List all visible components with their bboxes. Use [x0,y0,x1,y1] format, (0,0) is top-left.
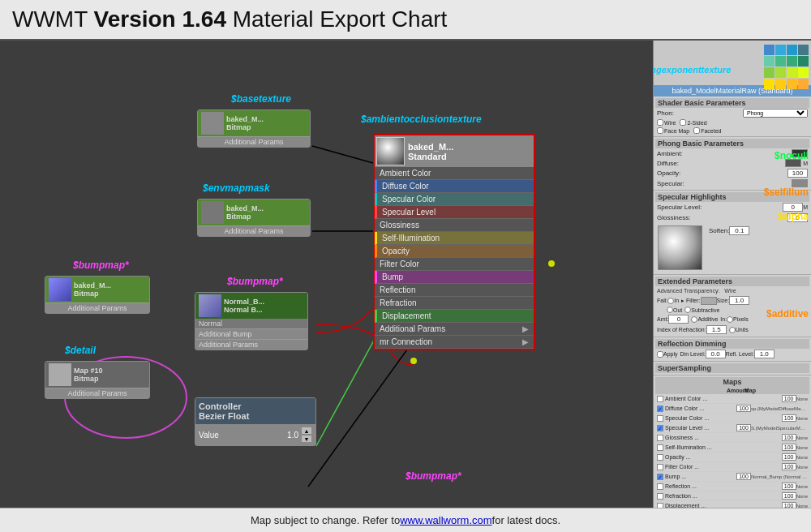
map-check-9[interactable] [657,483,663,490]
rp-pixels[interactable] [727,316,733,323]
node-bumpmap-left[interactable]: baked_M... Bitmap Additional Params [45,276,150,314]
rp-subtractive[interactable] [684,307,691,313]
mat-prop-bump[interactable]: Bump [375,271,534,284]
footer-link[interactable]: www.wallworm.com [400,514,491,526]
map-row-9: Reflection ... 100None [655,482,809,491]
map-val-3[interactable]: 100 [736,424,751,431]
map-row-5: Self-Illumination ... 100None [655,443,809,453]
map-check-8[interactable]: ✓ [657,474,663,480]
node-controller[interactable]: Controller Bezier Float Value 1.0 ▲ ▼ [195,397,316,446]
mat-prop-additional[interactable]: Additional Params▶ [375,323,534,336]
cs-6 [775,56,786,66]
map-val-6[interactable]: 100 [782,453,796,461]
node-basetexture-footer[interactable]: Additional Params [198,136,310,147]
controller-up-button[interactable]: ▲ [301,427,312,435]
rp-din-val[interactable]: 0.0 [706,350,726,358]
controller-down-button[interactable]: ▼ [301,435,312,443]
rp-2sided-check[interactable] [680,119,686,126]
map-val-7[interactable]: 100 [782,463,796,470]
node-bumpmap-mid-footer1[interactable]: Additional Bump [195,328,307,339]
right-panel: $nocull $selfillum $alpha $additive $pho… [653,41,811,508]
rp-phong-section: Phong Basic Parameters Ambient: Diffuse:… [654,137,811,191]
label-phongexponent: $phongexponenttexture [653,65,731,75]
rp-additive-radio[interactable] [691,316,697,323]
node-bumpmap-left-footer[interactable]: Additional Params [45,302,149,313]
mat-prop-glossiness[interactable]: Glossiness [375,219,534,232]
mat-prop-opacity[interactable]: Opacity [375,245,534,258]
mat-prop-reflection[interactable]: Reflection [375,284,534,297]
rp-size-val[interactable]: 1.0 [729,296,749,305]
svg-point-16 [410,358,417,364]
cs-9 [764,67,775,78]
mat-prop-diffuse[interactable]: Diffuse Color [375,180,534,193]
map-check-1[interactable]: ✓ [657,405,663,412]
node-detail-footer[interactable]: Additional Params [45,388,149,398]
content-area: $basetexture baked_M... Bitmap Additiona… [0,41,811,508]
map-check-10[interactable] [657,493,663,500]
label-alpha: $alpha [778,211,809,222]
rp-wire-check[interactable] [657,119,663,126]
map-check-11[interactable] [657,503,663,508]
mat-prop-ambient[interactable]: Ambient Color [375,167,534,180]
node-envmapmask-footer[interactable]: Additional Params [198,225,310,236]
rp-maps-title: Maps [655,377,809,387]
rp-refl-val[interactable]: 1.0 [754,350,775,358]
map-check-2[interactable] [657,415,663,422]
label-ambientocclusion: $ambientocclusiontexture [361,114,482,125]
node-bumpmap-mid[interactable]: Normal_B... Normal B... Normal Additiona… [195,292,308,350]
map-check-5[interactable] [657,444,663,451]
node-bumpmap-mid-line1: Normal_B... [224,298,264,306]
rp-supersampling: SuperSampling [654,362,811,375]
footer-suffix: for latest docs. [492,514,561,526]
map-val-4[interactable]: 100 [782,434,796,441]
map-val-11[interactable]: 100 [782,502,796,508]
map-val-10[interactable]: 100 [782,492,796,500]
cs-12 [798,67,809,78]
map-check-6[interactable] [657,454,663,461]
node-detail-header: Map #10 Bitmap [45,362,149,388]
map-row-4: Glossiness ... 100None [655,433,809,443]
rp-apply-check[interactable] [657,351,663,358]
mat-prop-self-illum[interactable]: Self-Illumination [375,232,534,245]
mat-prop-mr[interactable]: mr Connection▶ [375,336,534,349]
connection-lines [0,41,653,508]
rp-specular-ball [658,225,702,270]
mat-prop-filter[interactable]: Filter Color [375,258,534,271]
map-val-1[interactable]: 100 [736,405,751,412]
map-val-8[interactable]: 100 [736,473,751,480]
rp-extended-section: Extended Parameters Advanced Transparenc… [654,275,811,337]
main-container: WWMT Version 1.64 Material Export Chart [0,0,811,532]
rp-ior-val[interactable]: 1.5 [706,325,727,334]
rp-faceted-check[interactable] [693,127,700,134]
mat-prop-displacement[interactable]: Displacement [375,310,534,323]
rp-units[interactable] [729,327,736,333]
node-bumpmap-mid-footer2[interactable]: Additional Params [195,339,307,350]
rp-phon-select[interactable]: Phong [743,109,808,118]
node-basetexture[interactable]: baked_M... Bitmap Additional Params [197,109,311,148]
rp-filter-swatch[interactable] [701,297,717,305]
map-check-0[interactable] [657,396,663,402]
node-basetexture-line1: baked_M... [226,115,264,123]
cs-7 [787,56,797,66]
rp-amt-val[interactable]: 0 [668,315,689,324]
cs-5 [764,56,775,66]
map-val-9[interactable]: 100 [782,483,796,490]
map-val-5[interactable]: 100 [782,444,796,451]
map-check-7[interactable] [657,464,663,470]
mat-prop-specular-level[interactable]: Specular Level [375,206,534,219]
rp-extended-title: Extended Parameters [655,277,809,286]
mat-prop-refraction[interactable]: Refraction [375,297,534,310]
rp-opacity-val[interactable]: 100 [787,169,808,178]
map-check-4[interactable] [657,435,663,441]
rp-soften-val[interactable]: 0.1 [729,226,749,235]
map-val-2[interactable]: 100 [782,414,796,422]
mat-header-line2: Standard [408,152,453,161]
rp-fall-out[interactable] [667,307,673,313]
map-val-0[interactable]: 100 [782,395,796,402]
map-check-3[interactable]: ✓ [657,425,663,431]
node-envmapmask[interactable]: baked_M... Bitmap Additional Params [197,199,311,237]
mat-prop-specular-color[interactable]: Specular Color [375,193,534,206]
rp-facemap-check[interactable] [657,127,663,134]
rp-fall-in[interactable] [667,298,674,304]
node-detail[interactable]: Map #10 Bitmap Additional Params [45,361,150,399]
